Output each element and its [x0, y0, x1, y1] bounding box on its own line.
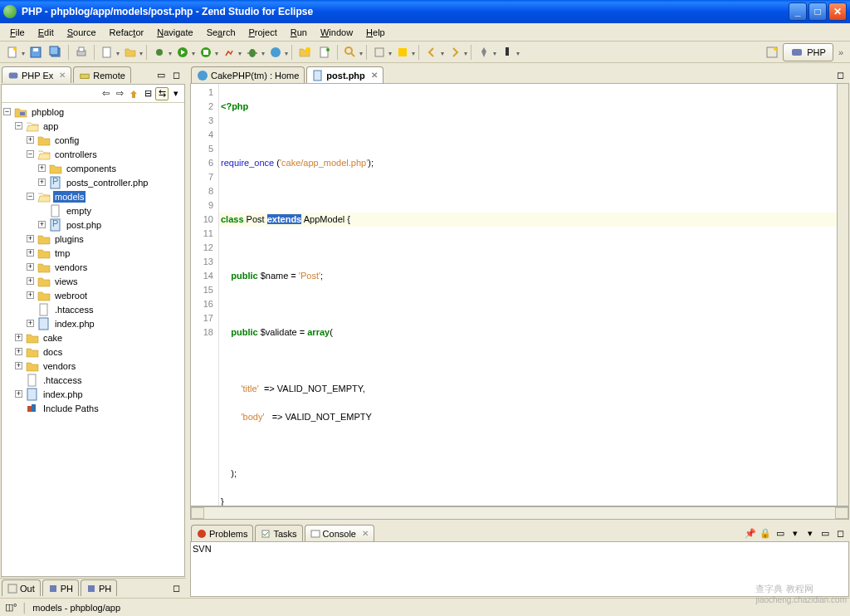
svg-rect-40 — [27, 406, 32, 412]
perspective-php-button[interactable]: PHP — [783, 43, 833, 61]
tree-webroot[interactable]: +webroot — [3, 288, 183, 302]
editor-maximize-icon[interactable]: ◻ — [833, 68, 847, 81]
close-icon[interactable]: ✕ — [59, 71, 66, 80]
maximize-button[interactable]: □ — [808, 2, 827, 21]
code-editor[interactable]: 123456789101112131415161718 <?php requir… — [190, 83, 849, 506]
menu-edit[interactable]: Edit — [32, 25, 61, 40]
minimize-button[interactable]: _ — [789, 2, 807, 21]
editor-hscroll[interactable] — [190, 506, 849, 520]
maximize-icon[interactable]: ◻ — [169, 68, 183, 81]
tree-postphp[interactable]: +Ppost.php — [3, 218, 183, 232]
tree-htaccess2[interactable]: .htaccess — [3, 373, 183, 387]
menu-file[interactable]: File — [3, 25, 32, 40]
link-icon[interactable]: ⇆ — [155, 87, 169, 100]
print-button[interactable] — [72, 43, 90, 61]
pin-button[interactable] — [475, 43, 493, 61]
newfile-button[interactable] — [98, 43, 116, 61]
tree-config[interactable]: +config — [3, 133, 183, 147]
close-button[interactable]: ✕ — [828, 2, 847, 21]
bug1-button[interactable] — [150, 43, 169, 61]
close-icon[interactable]: ✕ — [362, 529, 369, 538]
tree-views[interactable]: +views — [3, 274, 183, 288]
console-max-icon[interactable]: ◻ — [833, 526, 847, 540]
tree-cake[interactable]: +cake — [3, 330, 183, 345]
console-lock-icon[interactable]: 🔒 — [759, 526, 772, 540]
tree-models[interactable]: −models — [3, 189, 183, 203]
minimize-icon[interactable]: ▭ — [154, 68, 168, 81]
menu-window[interactable]: Window — [314, 25, 359, 40]
tree-docs[interactable]: +docs — [3, 345, 183, 359]
up-icon[interactable] — [127, 87, 140, 100]
tree-controllers[interactable]: −controllers — [3, 147, 183, 161]
tab-outline[interactable]: Out — [2, 579, 41, 596]
tree-vendors2[interactable]: +vendors — [3, 359, 183, 373]
tab-cakephp-home[interactable]: CakePHP(tm) : Home — [191, 66, 305, 83]
tree-tmp[interactable]: +tmp — [3, 246, 183, 260]
extlink-button[interactable] — [266, 43, 285, 61]
overview-ruler[interactable] — [837, 84, 848, 506]
menu-refactor[interactable]: Refactor — [103, 25, 151, 40]
tree-indexphp2[interactable]: +index.php — [3, 387, 183, 401]
menu-navigate[interactable]: Navigate — [150, 25, 199, 40]
runext-button[interactable] — [197, 43, 215, 61]
run-button[interactable] — [173, 43, 192, 61]
newclass-button[interactable] — [315, 43, 334, 61]
save-button[interactable] — [27, 43, 45, 61]
tree-phpblog[interactable]: −phpblog — [3, 105, 183, 119]
perspective-open-button[interactable] — [763, 43, 781, 61]
tree-empty[interactable]: empty — [3, 203, 183, 218]
debug-button[interactable] — [243, 43, 261, 61]
tree-components[interactable]: +components — [3, 161, 183, 175]
tree-plugins[interactable]: +plugins — [3, 232, 183, 246]
console-min-icon[interactable]: ▭ — [818, 526, 832, 540]
mark1-button[interactable] — [393, 43, 412, 61]
svg-rect-24 — [506, 47, 509, 56]
console-body[interactable]: SVN — [190, 541, 849, 597]
restore-icon[interactable]: ◻ — [169, 581, 183, 594]
newproj-button[interactable] — [296, 43, 314, 61]
app-icon — [3, 5, 17, 18]
back-icon[interactable]: ⇦ — [99, 87, 112, 100]
console-pin-icon[interactable]: 📌 — [744, 526, 757, 540]
tab-console[interactable]: Console✕ — [305, 525, 374, 541]
fwd-icon[interactable]: ⇨ — [113, 87, 126, 100]
code-content[interactable]: <?php require_once ('cake/app_model.php'… — [219, 84, 837, 506]
search-button[interactable] — [341, 43, 359, 61]
profile-button[interactable] — [220, 43, 238, 61]
tab-remote[interactable]: Remote — [73, 66, 131, 83]
menu-icon[interactable]: ▾ — [169, 87, 183, 100]
console-dd1-icon[interactable]: ▾ — [789, 526, 802, 540]
collapse-icon[interactable]: ⊟ — [141, 87, 154, 100]
tree-indexphp[interactable]: +index.php — [3, 316, 183, 330]
perspective-more[interactable]: » — [835, 47, 847, 57]
statusbar: ◫° │ models - phpblog/app — [0, 598, 850, 616]
tree-posts-controller[interactable]: +Pposts_controller.php — [3, 175, 183, 189]
annotate-button[interactable] — [370, 43, 388, 61]
new-button[interactable] — [3, 43, 22, 61]
menu-source[interactable]: Source — [61, 25, 103, 40]
tab-problems[interactable]: Problems — [191, 525, 253, 541]
new-dropdown[interactable]: ▾ — [22, 50, 25, 57]
menu-project[interactable]: Project — [242, 25, 284, 40]
marker-button[interactable] — [498, 43, 516, 61]
console-clear-icon[interactable]: ▭ — [774, 526, 787, 540]
close-tab-icon[interactable]: ✕ — [371, 71, 378, 80]
tab-postphp[interactable]: post.php✕ — [306, 66, 383, 83]
tree-htaccess[interactable]: .htaccess — [3, 302, 183, 316]
tree-include-paths[interactable]: Include Paths — [3, 401, 183, 415]
tree-app[interactable]: −app — [3, 119, 183, 133]
saveall-button[interactable] — [46, 43, 65, 61]
back-button[interactable] — [423, 43, 441, 61]
menu-search[interactable]: Search — [200, 25, 242, 40]
svg-point-26 — [774, 47, 777, 51]
tab-php-explorer[interactable]: PHP Ex✕ — [2, 66, 71, 83]
forward-button[interactable] — [446, 43, 464, 61]
newfolder-button[interactable] — [121, 43, 139, 61]
tree-vendors[interactable]: +vendors — [3, 260, 183, 274]
console-dd2-icon[interactable]: ▾ — [804, 526, 817, 540]
tab-ph2[interactable]: PH — [81, 579, 117, 596]
menu-run[interactable]: Run — [284, 25, 314, 40]
menu-help[interactable]: Help — [359, 25, 392, 40]
tab-tasks[interactable]: Tasks — [255, 525, 302, 541]
tab-ph1[interactable]: PH — [42, 579, 79, 596]
